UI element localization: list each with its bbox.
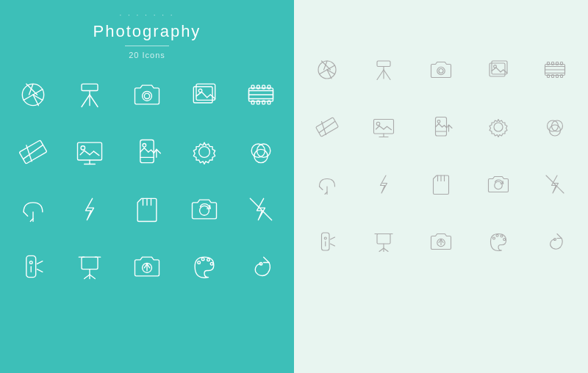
- svg-line-111: [319, 122, 334, 133]
- sd-card-icon: [121, 184, 173, 235]
- usb-icon: [235, 241, 287, 292]
- monitor-image-icon-right: [359, 101, 410, 153]
- no-flash-icon-right: [529, 159, 581, 210]
- svg-rect-25: [262, 85, 265, 89]
- svg-line-39: [90, 151, 94, 155]
- title-section: · · · · · · · Photography 20 Icons: [93, 11, 201, 59]
- subtitle: 20 Icons: [93, 51, 201, 59]
- svg-rect-86: [377, 61, 390, 67]
- right-icon-grid: [301, 44, 581, 267]
- tripod-icon: [65, 69, 116, 120]
- main-title: Photography: [93, 22, 201, 41]
- svg-point-141: [324, 237, 326, 239]
- upload-camera-icon: [121, 241, 173, 292]
- svg-line-117: [379, 126, 384, 130]
- ticket-icon-right: [301, 101, 353, 153]
- svg-line-17: [207, 95, 210, 98]
- svg-line-123: [435, 124, 439, 128]
- svg-point-48: [143, 144, 146, 148]
- svg-point-75: [201, 258, 204, 261]
- svg-point-52: [254, 149, 268, 162]
- title-divider: [125, 46, 169, 46]
- svg-point-41: [81, 146, 85, 151]
- camera-icon: [121, 69, 173, 120]
- svg-line-84: [321, 61, 330, 70]
- phone-image-icon-right: [415, 101, 467, 153]
- svg-rect-28: [257, 101, 260, 104]
- svg-line-118: [384, 126, 387, 129]
- svg-rect-66: [82, 257, 98, 269]
- svg-line-96: [501, 70, 503, 72]
- softbox-icon: [65, 241, 116, 292]
- svg-point-131: [550, 125, 561, 136]
- aperture-icon-right: [301, 44, 353, 95]
- svg-line-37: [81, 151, 85, 155]
- svg-point-59: [199, 206, 209, 215]
- softbox-icon-right: [359, 216, 410, 267]
- svg-line-10: [90, 95, 98, 107]
- left-icon-grid: [7, 69, 287, 292]
- svg-rect-7: [82, 84, 98, 90]
- svg-point-155: [501, 235, 503, 237]
- svg-line-44: [140, 148, 145, 153]
- svg-line-32: [24, 145, 43, 159]
- palette-icon: [179, 241, 230, 292]
- svg-line-88: [377, 70, 384, 80]
- svg-line-139: [546, 175, 564, 193]
- camera-rotate-icon: [179, 184, 230, 235]
- gallery-icon: [179, 69, 230, 120]
- svg-line-45: [144, 148, 148, 153]
- svg-line-65: [37, 269, 42, 272]
- camera-icon-right: [415, 44, 467, 95]
- svg-line-143: [330, 237, 334, 239]
- svg-line-40: [94, 151, 99, 156]
- remote-icon-right: [301, 216, 353, 267]
- svg-rect-106: [548, 75, 550, 78]
- svg-line-83: [319, 70, 327, 74]
- svg-rect-145: [377, 234, 390, 245]
- svg-point-77: [210, 263, 213, 266]
- svg-line-89: [384, 70, 390, 80]
- rgb-circles-icon-right: [529, 101, 581, 153]
- studio-umbrella-icon: [7, 184, 59, 235]
- left-panel: · · · · · · · Photography 20 Icons: [0, 0, 294, 373]
- svg-rect-113: [374, 120, 394, 134]
- svg-point-49: [198, 147, 209, 158]
- svg-line-16: [201, 92, 207, 97]
- settings-icon: [179, 126, 230, 178]
- svg-point-138: [494, 181, 502, 189]
- svg-line-38: [85, 151, 90, 155]
- svg-line-150: [384, 248, 388, 252]
- svg-rect-27: [251, 101, 254, 104]
- svg-line-144: [330, 244, 334, 246]
- palette-icon-right: [473, 216, 524, 267]
- svg-line-70: [85, 275, 90, 279]
- svg-line-60: [251, 198, 272, 220]
- sd-card-icon-right: [415, 159, 467, 210]
- svg-line-5: [26, 84, 37, 95]
- svg-rect-108: [556, 75, 559, 78]
- no-flash-icon: [235, 184, 287, 235]
- usb-icon-right: [529, 216, 581, 267]
- svg-line-64: [37, 261, 42, 264]
- studio-umbrella-icon-right: [301, 159, 353, 210]
- svg-point-156: [503, 239, 505, 241]
- svg-point-154: [496, 234, 498, 236]
- svg-line-119: [387, 126, 392, 130]
- svg-line-149: [379, 248, 384, 252]
- svg-point-98: [493, 65, 496, 68]
- right-panel: [294, 0, 588, 373]
- upload-camera-icon-right: [415, 216, 467, 267]
- svg-rect-30: [268, 101, 270, 104]
- svg-rect-26: [268, 85, 270, 89]
- svg-rect-109: [561, 75, 563, 78]
- svg-point-74: [197, 261, 200, 264]
- svg-rect-104: [556, 62, 559, 65]
- svg-point-128: [494, 123, 503, 131]
- svg-point-12: [144, 93, 149, 98]
- remote-icon: [7, 241, 59, 292]
- ticket-icon: [7, 126, 59, 178]
- svg-point-76: [207, 258, 209, 261]
- svg-rect-107: [552, 75, 554, 78]
- svg-line-134: [319, 186, 323, 190]
